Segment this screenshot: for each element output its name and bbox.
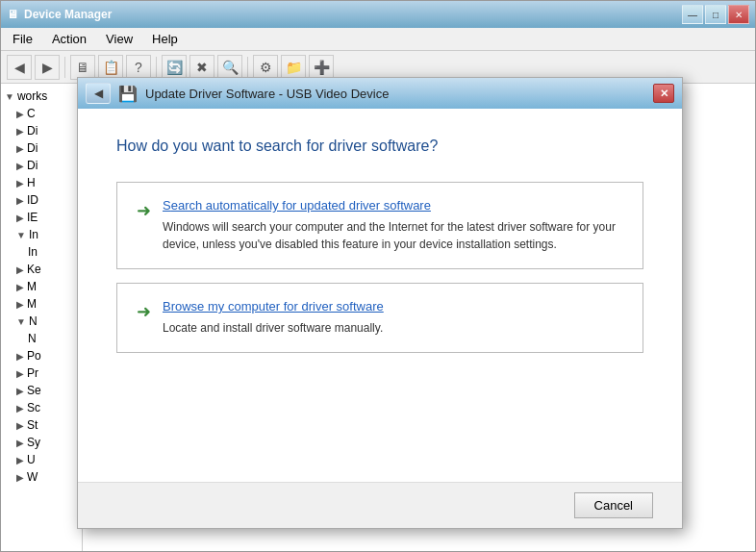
tree-item-label: Sy [27, 436, 40, 449]
list-item[interactable]: In [1, 243, 82, 261]
maximize-button[interactable]: □ [705, 5, 726, 24]
list-item[interactable]: ▶ Di [1, 122, 82, 139]
window-title: Device Manager [24, 8, 112, 21]
collapse-icon: ▼ [16, 230, 26, 240]
expand-icon: ▶ [16, 264, 24, 275]
menu-action[interactable]: Action [46, 30, 92, 48]
driver-icon[interactable]: 📁 [281, 55, 306, 80]
list-item[interactable]: ▶ IE [1, 209, 82, 226]
uninstall-icon[interactable]: ✖ [189, 55, 214, 80]
expand-icon: ▶ [16, 178, 24, 188]
expand-icon: ▶ [16, 386, 24, 396]
scan-icon[interactable]: 🔍 [217, 55, 242, 80]
list-item[interactable]: ▶ Pr [1, 364, 82, 382]
menu-help[interactable]: Help [146, 30, 184, 48]
add-icon[interactable]: ➕ [309, 55, 334, 80]
expand-icon: ▶ [16, 195, 24, 206]
browse-manually-option[interactable]: ➜ Browse my computer for driver software… [116, 283, 643, 353]
tree-item-label: In [29, 228, 38, 241]
list-item[interactable]: ▶ Di [1, 139, 82, 157]
tree-item-label: works [17, 89, 47, 103]
tree-item-label: IE [27, 211, 38, 224]
dialog-question: How do you want to search for driver sof… [116, 138, 643, 155]
tree-item-label: In [28, 245, 38, 259]
dialog-title-left: ◀ 💾 Update Driver Software - USB Video D… [86, 83, 389, 104]
tree-item-label: N [29, 314, 38, 328]
expand-icon: ▶ [16, 368, 24, 379]
menu-view[interactable]: View [100, 30, 139, 48]
tree-item-label: H [27, 176, 36, 189]
expand-icon: ▶ [16, 143, 24, 154]
option2-description: Locate and install driver software manua… [163, 319, 627, 337]
search-automatically-option[interactable]: ➜ Search automatically for updated drive… [116, 182, 643, 269]
dialog-back-button[interactable]: ◀ [86, 83, 111, 104]
tree-item-label: M [27, 280, 37, 293]
expand-icon: ▶ [16, 213, 24, 223]
list-item[interactable]: ▶ C [1, 105, 82, 122]
dialog-close-button[interactable]: ✕ [653, 84, 674, 103]
computer-icon[interactable]: 🖥 [70, 55, 95, 80]
dialog-body: How do you want to search for driver sof… [78, 109, 682, 482]
help-icon[interactable]: ? [126, 55, 151, 80]
tree-item-label: ID [27, 193, 38, 207]
expand-icon: ▶ [16, 472, 24, 483]
expand-icon: ▶ [16, 403, 24, 414]
device-manager-icon: 🖥 [7, 8, 18, 21]
tree-item-label: U [27, 453, 36, 466]
list-item[interactable]: ▶ M [1, 295, 82, 313]
title-bar-left: 🖥 Device Manager [7, 8, 112, 21]
list-item[interactable]: ▶ U [1, 451, 82, 468]
menu-file[interactable]: File [7, 30, 38, 48]
dialog-footer: Cancel [78, 482, 682, 528]
properties-icon[interactable]: 📋 [98, 55, 123, 80]
list-item[interactable]: ▶ Sc [1, 399, 82, 416]
tree-item-label: N [28, 332, 37, 345]
update-icon[interactable]: 🔄 [162, 55, 187, 80]
toolbar-separator-3 [247, 57, 248, 78]
expand-icon: ▶ [16, 282, 24, 292]
tree-item-label: Sc [27, 401, 40, 414]
list-item[interactable]: ▶ H [1, 174, 82, 191]
expand-icon: ▶ [16, 455, 24, 465]
expand-icon: ▶ [16, 109, 24, 119]
tree-item-label: C [27, 107, 36, 120]
list-item[interactable]: ▶ W [1, 468, 82, 486]
cancel-button[interactable]: Cancel [574, 492, 653, 518]
close-button[interactable]: ✕ [728, 5, 749, 24]
expand-icon: ▶ [16, 126, 24, 137]
tree-item-label: M [27, 297, 37, 311]
tree-item-root[interactable]: ▼ works [1, 88, 82, 105]
list-item[interactable]: ▶ St [1, 416, 82, 434]
list-item[interactable]: ▶ Ke [1, 261, 82, 278]
list-item[interactable]: ▶ Se [1, 382, 82, 399]
list-item[interactable]: ▶ Sy [1, 434, 82, 451]
settings-icon[interactable]: ⚙ [253, 55, 278, 80]
list-item[interactable]: ▼ In [1, 226, 82, 243]
tree-item-label: St [27, 418, 38, 432]
list-item[interactable]: ▶ ID [1, 191, 82, 209]
arrow-icon-1: ➜ [137, 200, 151, 221]
tree-item-label: Di [27, 141, 38, 155]
minimize-button[interactable]: — [682, 5, 703, 24]
title-bar-controls: — □ ✕ [682, 5, 749, 24]
tree-item-label: Pr [27, 366, 38, 380]
list-item[interactable]: ▶ Po [1, 347, 82, 364]
back-button[interactable]: ◀ [7, 55, 32, 80]
dialog-title-bar: ◀ 💾 Update Driver Software - USB Video D… [78, 78, 682, 109]
list-item[interactable]: ▶ M [1, 278, 82, 295]
option1-title[interactable]: Search automatically for updated driver … [163, 198, 627, 213]
list-item[interactable]: N [1, 330, 82, 347]
tree-item-label: Ke [27, 263, 41, 276]
option1-content: Search automatically for updated driver … [163, 198, 627, 253]
option2-title[interactable]: Browse my computer for driver software [163, 299, 627, 314]
tree-item-label: Po [27, 349, 41, 363]
tree-item-label: W [27, 470, 38, 484]
expand-icon: ▶ [16, 351, 24, 362]
forward-button[interactable]: ▶ [35, 55, 60, 80]
list-item[interactable]: ▼ N [1, 313, 82, 330]
driver-icon: 💾 [118, 85, 138, 103]
toolbar-separator-1 [64, 57, 65, 78]
update-driver-dialog: ◀ 💾 Update Driver Software - USB Video D… [77, 77, 683, 529]
menu-bar: File Action View Help [1, 28, 755, 51]
list-item[interactable]: ▶ Di [1, 157, 82, 174]
